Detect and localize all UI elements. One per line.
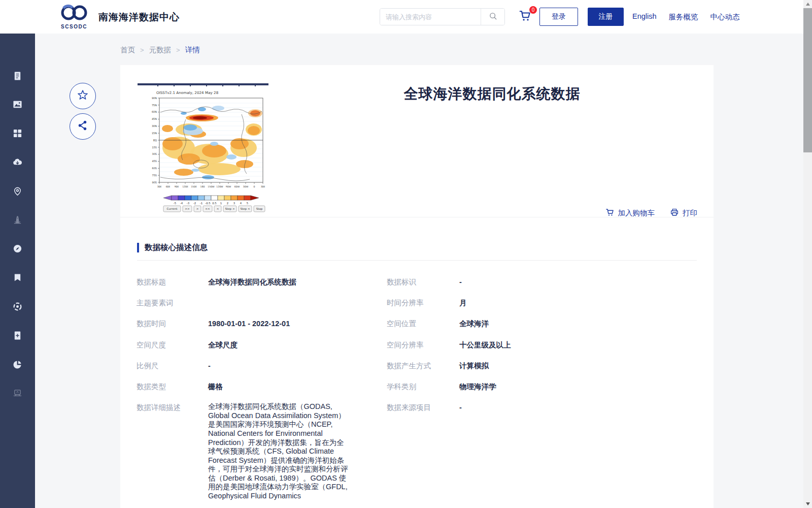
- kv-label: 数据详细描述: [137, 402, 208, 412]
- svg-text:90W: 90W: [226, 185, 231, 188]
- svg-text:>: >: [196, 207, 199, 210]
- site-title: 南海海洋数据中心: [98, 11, 180, 24]
- svg-text:180: 180: [200, 185, 205, 188]
- kv-label: 数据时间: [137, 319, 208, 329]
- monitor-icon: [13, 388, 22, 398]
- search-input[interactable]: [380, 9, 481, 25]
- svg-text:1: 1: [220, 202, 222, 205]
- scrollbar-thumb[interactable]: [803, 8, 812, 152]
- favorite-button[interactable]: [70, 83, 96, 109]
- svg-text:-1: -1: [200, 202, 202, 205]
- svg-text:>>: >>: [185, 207, 190, 210]
- header-nav: English服务概览中心动态: [632, 12, 740, 22]
- kv-row-left: 主题要素词: [137, 298, 375, 319]
- sidebar-item-compass[interactable]: [0, 240, 35, 258]
- nav-link-english[interactable]: English: [632, 12, 657, 22]
- kv-row-left: 数据标题全球海洋数据同化系统数据: [137, 277, 375, 298]
- kv-label: 空间位置: [387, 319, 459, 329]
- breadcrumb: 首页 > 元数据 > 详情: [120, 45, 200, 55]
- svg-text:2: 2: [227, 202, 228, 205]
- nav-link-service-overview[interactable]: 服务概览: [669, 12, 698, 22]
- svg-text:0.5: 0.5: [212, 202, 217, 205]
- target-icon: [13, 302, 22, 311]
- section-title: 数据核心描述信息: [145, 242, 208, 253]
- svg-text:-2: -2: [193, 202, 196, 205]
- page: SCSODC 南海海洋数据中心: [0, 0, 812, 508]
- star-icon: [77, 89, 89, 103]
- sidebar-item-location-pin[interactable]: [0, 182, 35, 200]
- cart-count-badge: 0: [529, 6, 537, 14]
- header-cart-button[interactable]: 0: [519, 9, 533, 23]
- kv-row-right: 数据来源项目-: [387, 402, 679, 423]
- kv-value: -: [459, 277, 462, 287]
- dataset-thumbnail[interactable]: OISSTv2.1 Anomaly, 2024 May 2890N75N60N4…: [137, 83, 270, 215]
- kv-row-left: 空间尺度全球尺度: [137, 340, 375, 361]
- kv-label: 数据标题: [137, 277, 208, 287]
- svg-text:150W: 150W: [208, 185, 215, 188]
- search-box: [380, 8, 505, 25]
- image-icon: [13, 100, 22, 109]
- section-divider: [137, 260, 697, 261]
- kv-label: 空间分辨率: [387, 340, 459, 350]
- kv-row-left: 比例尺-: [137, 361, 375, 382]
- svg-text:75S: 75S: [152, 174, 157, 177]
- kv-column-right: 数据标识-时间分辨率月空间位置全球海洋空间分辨率十公里级及以上数据产生方式计算模…: [387, 277, 679, 423]
- file-plus-icon: [13, 331, 22, 340]
- svg-text:5: 5: [247, 202, 248, 205]
- sidebar-item-grid[interactable]: [0, 124, 35, 143]
- svg-text:90E: 90E: [175, 185, 179, 188]
- svg-text:-0.5: -0.5: [205, 202, 211, 205]
- kv-value: -: [208, 361, 211, 371]
- share-button[interactable]: [70, 113, 96, 140]
- sidebar-item-pie-chart[interactable]: [0, 355, 35, 373]
- printer-icon: [670, 208, 679, 218]
- sidebar-item-file-plus[interactable]: [0, 326, 35, 344]
- svg-text:EQ: EQ: [153, 139, 157, 142]
- sidebar-item-target[interactable]: [0, 297, 35, 315]
- cloud-download-icon: [13, 157, 22, 167]
- svg-text:OISSTv2.1 Anomaly, 2024 May 28: OISSTv2.1 Anomaly, 2024 May 28: [156, 90, 219, 95]
- svg-text:-4: -4: [180, 202, 183, 205]
- sidebar-item-document-list[interactable]: [0, 67, 35, 85]
- compass-icon: [13, 244, 22, 253]
- register-button[interactable]: 注册: [588, 8, 624, 26]
- kv-label: 空间尺度: [137, 340, 208, 350]
- breadcrumb-metadata[interactable]: 元数据: [149, 45, 172, 55]
- kv-value: 全球尺度: [208, 340, 238, 350]
- svg-text:3: 3: [233, 202, 235, 205]
- kv-label: 学科类别: [387, 382, 459, 392]
- kv-label: 主题要素词: [137, 298, 208, 308]
- svg-text:4: 4: [240, 202, 242, 205]
- svg-text:30W: 30W: [243, 185, 249, 188]
- sidebar-item-image[interactable]: [0, 96, 35, 114]
- login-button[interactable]: 登录: [539, 8, 578, 26]
- page-scrollbar[interactable]: [803, 0, 812, 508]
- sidebar-item-monitor[interactable]: [0, 384, 35, 402]
- svg-text:-5: -5: [174, 202, 176, 205]
- add-to-cart-label: 加入购物车: [618, 208, 655, 218]
- svg-text:SCSODC: SCSODC: [61, 24, 87, 29]
- sidebar-item-lighthouse[interactable]: [0, 211, 35, 229]
- print-button[interactable]: 打印: [670, 208, 697, 218]
- svg-text:-3: -3: [187, 202, 189, 205]
- breadcrumb-detail: 详情: [185, 45, 200, 55]
- sidebar-item-bookmark[interactable]: [0, 269, 35, 287]
- breadcrumb-home[interactable]: 首页: [120, 45, 135, 55]
- site-logo[interactable]: SCSODC: [57, 3, 92, 30]
- scroll-up-button[interactable]: [803, 0, 812, 8]
- kv-row-right: 时间分辨率月: [387, 298, 679, 319]
- scroll-down-button[interactable]: [803, 500, 812, 508]
- kv-column-left: 数据标题全球海洋数据同化系统数据主题要素词数据时间1980-01-01 - 20…: [137, 277, 375, 501]
- chevron-right-icon: >: [140, 46, 144, 54]
- nav-link-center-news[interactable]: 中心动态: [710, 12, 740, 22]
- svg-text:90S: 90S: [152, 181, 157, 184]
- document-list-icon: [13, 71, 22, 81]
- search-button[interactable]: [481, 9, 504, 25]
- kv-row-left: 数据时间1980-01-01 - 2022-12-01: [137, 319, 375, 339]
- svg-text:30E: 30E: [157, 185, 162, 188]
- sidebar-item-cloud-download[interactable]: [0, 153, 35, 171]
- hero-section: OISSTv2.1 Anomaly, 2024 May 2890N75N60N4…: [120, 65, 714, 217]
- tool-sidebar: [0, 34, 35, 508]
- add-to-cart-button[interactable]: 加入购物车: [605, 208, 655, 218]
- section-header: 数据核心描述信息: [137, 242, 208, 253]
